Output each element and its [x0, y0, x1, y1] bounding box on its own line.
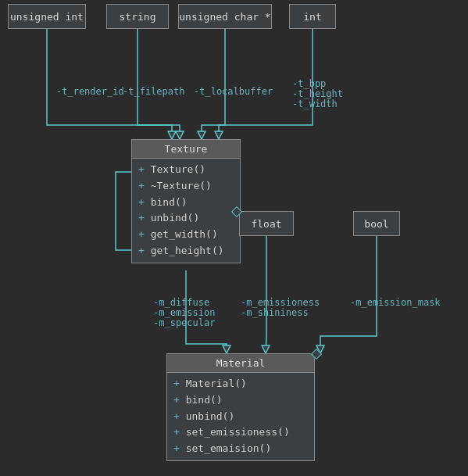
svg-marker-4: [262, 345, 270, 353]
material-body: + Material() + bind() + unbind() + set_e…: [167, 373, 314, 460]
texture-method-5: + get_width(): [138, 227, 234, 243]
svg-marker-3: [215, 131, 223, 139]
label-emission-mask: -m_emission_mask: [350, 297, 441, 308]
material-method-4: + set_emissioness(): [173, 424, 308, 441]
material-method-1: + Material(): [173, 376, 308, 392]
svg-marker-0: [168, 131, 176, 139]
label-specular: -m_specular: [153, 317, 215, 328]
unsigned-int-label: unsigned int: [10, 11, 84, 23]
bool-label: bool: [364, 218, 388, 230]
texture-box: Texture + Texture() + ~Texture() + bind(…: [131, 139, 241, 263]
label-bpp: -t_bpp: [292, 78, 326, 89]
material-method-5: + set_emaision(): [173, 441, 308, 457]
label-emissioness: -m_emissioness: [241, 297, 320, 308]
svg-marker-6: [223, 345, 230, 353]
texture-method-1: + Texture(): [138, 162, 234, 178]
int-box-top: int: [289, 4, 336, 29]
unsigned-char-label: unsigned char *: [179, 11, 270, 23]
string-box: string: [106, 4, 169, 29]
string-label: string: [120, 11, 156, 23]
texture-method-2: + ~Texture(): [138, 178, 234, 195]
label-localbuffer: -t_localbuffer: [194, 86, 273, 97]
texture-method-3: + bind(): [138, 195, 234, 211]
unsigned-int-box: unsigned int: [8, 4, 86, 29]
label-render-id: -t_render_id: [56, 86, 124, 97]
svg-marker-2: [198, 131, 205, 139]
uml-diagram: unsigned int string unsigned char * int …: [0, 0, 468, 476]
material-box: Material + Material() + bind() + unbind(…: [166, 353, 315, 461]
label-diffuse: -m_diffuse: [153, 297, 209, 308]
texture-method-6: + get_height(): [138, 243, 234, 259]
int-label-top: int: [303, 11, 321, 23]
label-width: -t_width: [292, 98, 338, 109]
texture-method-4: + unbind(): [138, 210, 234, 227]
float-box: float: [239, 211, 294, 236]
bool-box: bool: [353, 211, 400, 236]
svg-marker-1: [176, 131, 184, 139]
material-method-3: + unbind(): [173, 409, 308, 425]
label-shininess: -m_shininess: [241, 307, 309, 318]
label-height: -t_height: [292, 88, 343, 99]
material-method-2: + bind(): [173, 392, 308, 409]
texture-body: + Texture() + ~Texture() + bind() + unbi…: [132, 159, 240, 263]
float-label: float: [251, 218, 281, 230]
label-emission: -m_emission: [153, 307, 215, 318]
unsigned-char-box: unsigned char *: [178, 4, 272, 29]
texture-header: Texture: [132, 140, 240, 159]
label-filepath: -t_filepath: [123, 86, 184, 97]
material-header: Material: [167, 354, 314, 373]
